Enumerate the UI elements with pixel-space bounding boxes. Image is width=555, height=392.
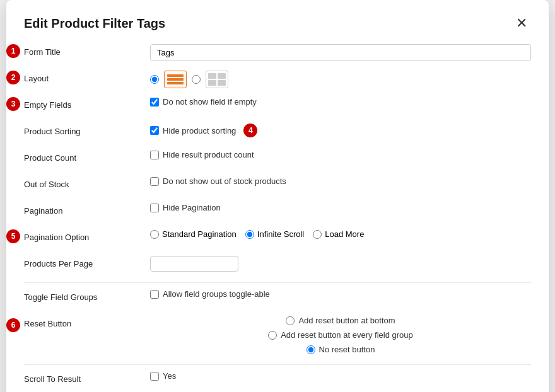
- product-count-label: Product Count: [24, 150, 150, 163]
- product-count-row: Product Count Hide result product count: [24, 150, 531, 169]
- modal-header: Edit Product Filter Tags ✕: [24, 15, 531, 32]
- pagination-option-row: 5 Pagination Option Standard Pagination …: [24, 229, 531, 248]
- pagination-infinite-label: Infinite Scroll: [257, 229, 304, 239]
- empty-fields-row: 3 Empty Fields Do not show field if empt…: [24, 97, 531, 116]
- modal: Edit Product Filter Tags ✕ 1 Form Title …: [6, 0, 549, 392]
- modal-title: Edit Product Filter Tags: [24, 16, 165, 31]
- badge-3: 3: [6, 97, 20, 111]
- pagination-standard-radio[interactable]: [150, 230, 159, 239]
- product-sorting-label: Product Sorting: [24, 124, 150, 136]
- pagination-control: Hide Pagination: [150, 203, 531, 212]
- product-sorting-control: Hide product sorting 4: [150, 124, 531, 137]
- layout-control: [150, 71, 531, 88]
- reset-button-row: 6 Reset Button Add reset button at botto…: [24, 316, 531, 357]
- form-title-input[interactable]: [150, 44, 531, 61]
- products-per-page-control: [150, 256, 531, 272]
- badge-1: 1: [6, 44, 20, 58]
- badge-5: 5: [6, 229, 20, 243]
- scroll-to-result-checkbox-row: Yes: [150, 371, 176, 381]
- empty-fields-label: 3 Empty Fields: [24, 97, 150, 110]
- products-per-page-row: Products Per Page: [24, 256, 531, 275]
- toggle-field-groups-checkbox[interactable]: [150, 290, 159, 299]
- pagination-row: Pagination Hide Pagination: [24, 203, 531, 222]
- badge-6: 6: [6, 318, 20, 332]
- pagination-loadmore-radio[interactable]: [313, 230, 322, 239]
- pagination-checkbox[interactable]: [150, 204, 159, 212]
- products-per-page-label: Products Per Page: [24, 256, 150, 268]
- form-title-label: 1 Form Title: [24, 44, 150, 57]
- pagination-infinite-radio[interactable]: [245, 230, 254, 239]
- scroll-to-result-label: Scroll To Result: [24, 371, 150, 384]
- reset-every-row: Add reset button at every field group: [268, 330, 413, 340]
- layout-label: 2 Layout: [24, 71, 150, 83]
- layout-radio-2[interactable]: [192, 75, 201, 84]
- pagination-label: Pagination: [24, 203, 150, 216]
- out-of-stock-control: Do not show out of stock products: [150, 176, 531, 186]
- pagination-option-control: Standard Pagination Infinite Scroll Load…: [150, 229, 531, 239]
- scroll-to-result-row: Scroll To Result Yes: [24, 371, 531, 390]
- out-of-stock-label: Out of Stock: [24, 176, 150, 189]
- products-per-page-input[interactable]: [150, 256, 238, 272]
- layout-icon-multi[interactable]: [206, 71, 228, 88]
- empty-fields-checkbox[interactable]: [150, 98, 159, 107]
- product-sorting-checkbox[interactable]: [150, 126, 159, 135]
- reset-every-radio[interactable]: [268, 331, 277, 340]
- no-reset-radio[interactable]: [307, 345, 315, 354]
- badge-4: 4: [243, 124, 257, 137]
- divider-1: [24, 282, 531, 283]
- reset-button-label: 6 Reset Button: [24, 316, 150, 328]
- scroll-to-result-checkbox-label: Yes: [163, 371, 176, 381]
- form-title-control: [150, 44, 531, 61]
- empty-fields-checkbox-label: Do not show field if empty: [163, 97, 257, 107]
- product-count-checkbox[interactable]: [150, 151, 159, 159]
- out-of-stock-checkbox-row: Do not show out of stock products: [150, 176, 286, 186]
- product-sorting-checkbox-row: Hide product sorting 4: [150, 124, 257, 137]
- product-sorting-checkbox-label: Hide product sorting: [163, 126, 236, 135]
- pagination-checkbox-label: Hide Pagination: [163, 203, 221, 212]
- no-reset-label: No reset button: [319, 345, 375, 354]
- pagination-option-label: 5 Pagination Option: [24, 229, 150, 242]
- product-count-checkbox-row: Hide result product count: [150, 150, 254, 159]
- out-of-stock-row: Out of Stock Do not show out of stock pr…: [24, 176, 531, 195]
- toggle-field-groups-row: Toggle Field Groups Allow field groups t…: [24, 289, 531, 308]
- toggle-field-groups-checkbox-row: Allow field groups toggle-able: [150, 289, 270, 299]
- reset-bottom-label: Add reset button at bottom: [298, 316, 395, 325]
- pagination-loadmore: Load More: [313, 229, 364, 239]
- no-reset-row: No reset button: [307, 345, 375, 354]
- pagination-checkbox-row: Hide Pagination: [150, 203, 221, 212]
- out-of-stock-checkbox[interactable]: [150, 177, 159, 186]
- product-count-control: Hide result product count: [150, 150, 531, 159]
- pagination-standard-label: Standard Pagination: [162, 229, 237, 239]
- pagination-standard: Standard Pagination: [150, 229, 237, 239]
- out-of-stock-checkbox-label: Do not show out of stock products: [163, 176, 286, 186]
- scroll-to-result-control: Yes: [150, 371, 531, 381]
- product-sorting-row: Product Sorting Hide product sorting 4: [24, 124, 531, 142]
- pagination-infinite: Infinite Scroll: [245, 229, 304, 239]
- layout-row: 2 Layout: [24, 71, 531, 89]
- close-button[interactable]: ✕: [512, 15, 531, 32]
- badge-2: 2: [6, 71, 20, 84]
- product-count-checkbox-label: Hide result product count: [163, 150, 254, 159]
- toggle-field-groups-checkbox-label: Allow field groups toggle-able: [163, 289, 270, 299]
- layout-radio-1[interactable]: [150, 75, 159, 84]
- layout-icon-single[interactable]: [164, 71, 187, 88]
- reset-bottom-row: Add reset button at bottom: [286, 316, 395, 325]
- toggle-field-groups-control: Allow field groups toggle-able: [150, 289, 531, 299]
- empty-fields-control: Do not show field if empty: [150, 97, 531, 107]
- reset-bottom-radio[interactable]: [286, 316, 295, 325]
- divider-2: [24, 364, 531, 365]
- scroll-to-result-checkbox[interactable]: [150, 372, 159, 381]
- reset-every-label: Add reset button at every field group: [281, 330, 413, 340]
- reset-button-control: Add reset button at bottom Add reset but…: [150, 316, 531, 357]
- toggle-field-groups-label: Toggle Field Groups: [24, 289, 150, 302]
- form-title-row: 1 Form Title: [24, 44, 531, 63]
- pagination-loadmore-label: Load More: [325, 229, 364, 239]
- empty-fields-checkbox-row: Do not show field if empty: [150, 97, 257, 107]
